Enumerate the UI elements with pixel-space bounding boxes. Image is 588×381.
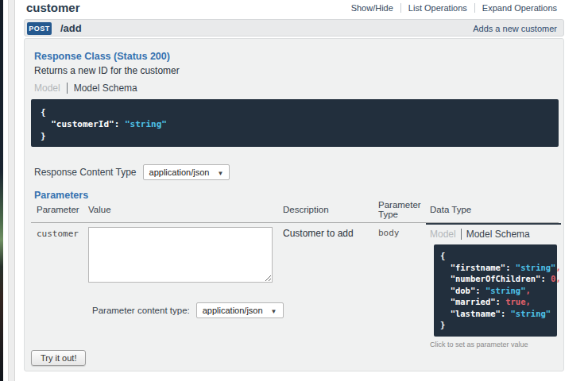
col-value: Value (88, 205, 111, 214)
operation-body: Response Class (Status 200) Returns a ne… (24, 38, 564, 371)
parameter-value-textarea[interactable] (88, 227, 273, 283)
parameter-content-type-row: Parameter content type:application/json▼ (92, 302, 284, 318)
response-class-heading: Response Class (Status 200) (34, 51, 170, 62)
data-type-cell: ModelModel Schema { "firstname": "string… (426, 223, 561, 348)
resource-actions: Show/HideList OperationsExpand Operation… (344, 3, 564, 13)
desktop-edge-strip (0, 0, 3, 381)
left-scrollbar-track[interactable] (8, 0, 15, 381)
response-content-type-label: Response Content Type (34, 167, 137, 178)
schema-click-note: Click to set as parameter value (430, 341, 561, 348)
operation-path[interactable]: /add (60, 22, 82, 34)
chevron-down-icon: ▼ (271, 308, 277, 315)
try-it-out-button[interactable]: Try it out! (31, 350, 86, 366)
tab-model-schema[interactable]: Model Schema (67, 83, 137, 94)
parameter-name: customer (37, 229, 79, 239)
tab-model[interactable]: Model (430, 229, 461, 240)
col-data-type: Data Type (430, 205, 471, 214)
http-method-badge[interactable]: POST (27, 22, 52, 35)
swagger-operation-page: customer Show/HideList OperationsExpand … (0, 0, 588, 381)
show-hide-link[interactable]: Show/Hide (344, 3, 400, 13)
main-content: customer Show/HideList OperationsExpand … (24, 0, 564, 381)
tab-model-schema[interactable]: Model Schema (461, 229, 530, 240)
col-parameter: Parameter (37, 205, 79, 214)
response-content-type-row: Response Content Typeapplication/json▼ (34, 164, 230, 180)
parameter-content-type-select[interactable]: application/json▼ (196, 302, 284, 318)
list-operations-link[interactable]: List Operations (400, 3, 474, 13)
parameters-heading: Parameters (34, 190, 88, 201)
parameter-schema-code[interactable]: { "firstname": "string", "numberOfChildr… (434, 244, 557, 337)
expand-operations-link[interactable]: Expand Operations (474, 3, 564, 13)
chevron-down-icon: ▼ (217, 170, 223, 177)
response-schema-code: { "customerId": "string"} (31, 99, 559, 147)
response-schema-tabs: ModelModel Schema (34, 83, 137, 94)
col-description: Description (283, 205, 329, 214)
parameter-type: body (378, 228, 400, 238)
tab-model[interactable]: Model (34, 83, 67, 94)
operation-header[interactable]: POST /add Adds a new customer (24, 19, 564, 37)
parameter-schema-tabs: ModelModel Schema (430, 229, 561, 240)
response-content-type-select[interactable]: application/json▼ (143, 164, 230, 180)
parameter-description: Customer to add (283, 228, 354, 239)
col-parameter-type: Parameter Type (378, 200, 424, 219)
resource-title: customer (26, 1, 80, 14)
parameter-content-type-label: Parameter content type: (92, 306, 190, 315)
operation-summary: Adds a new customer (473, 24, 557, 33)
response-class-description: Returns a new ID for the customer (34, 65, 180, 76)
